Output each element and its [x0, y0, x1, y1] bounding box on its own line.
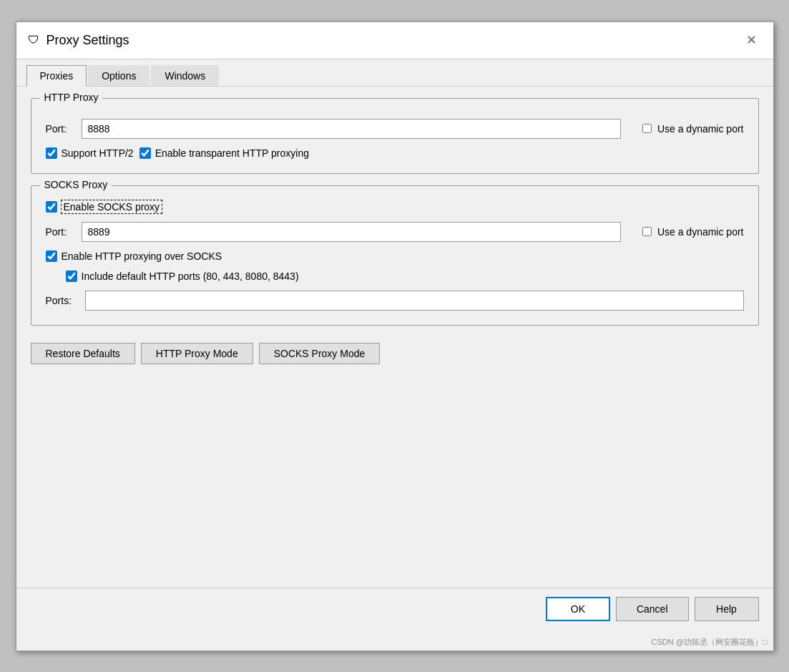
socks-enable-label[interactable]: Enable SOCKS proxy — [62, 200, 162, 213]
socks-port-left: Port: — [46, 222, 621, 242]
app-icon: 🛡 — [26, 33, 41, 47]
proxy-settings-dialog: 🛡 Proxy Settings ✕ Proxies Options Windo… — [16, 21, 774, 651]
cancel-button[interactable]: Cancel — [616, 597, 689, 621]
socks-proxy-mode-button[interactable]: SOCKS Proxy Mode — [259, 343, 381, 364]
http-dynamic-port-checkbox[interactable] — [642, 124, 652, 133]
socks-ports-label: Ports: — [46, 295, 78, 306]
http-port-label: Port: — [46, 123, 74, 135]
socks-port-row: Port: Use a dynamic port — [46, 222, 744, 242]
socks-include-default-ports-checkbox[interactable] — [66, 271, 77, 282]
http-support-http2-checkbox[interactable] — [46, 147, 57, 159]
socks-port-label: Port: — [46, 226, 74, 238]
dialog-title: Proxy Settings — [46, 33, 129, 48]
http-transparent-label[interactable]: Enable transparent HTTP proxying — [155, 147, 309, 159]
http-support-http2-label[interactable]: Support HTTP/2 — [62, 147, 134, 159]
dialog-footer: OK Cancel Help — [16, 588, 773, 636]
socks-include-default-ports-label[interactable]: Include default HTTP ports (80, 443, 808… — [82, 271, 299, 282]
http-proxy-group: HTTP Proxy Port: Use a dynamic port Supp… — [31, 98, 759, 174]
title-bar: 🛡 Proxy Settings ✕ — [16, 22, 773, 59]
socks-include-default-ports-wrapper: Include default HTTP ports (80, 443, 808… — [66, 271, 299, 282]
http-proxy-label: HTTP Proxy — [40, 92, 103, 103]
ok-button[interactable]: OK — [546, 597, 610, 621]
socks-include-default-ports-row: Include default HTTP ports (80, 443, 808… — [66, 271, 744, 282]
socks-ports-input[interactable] — [85, 291, 744, 311]
tab-windows[interactable]: Windows — [151, 65, 219, 86]
tab-proxies[interactable]: Proxies — [26, 65, 87, 87]
tab-options[interactable]: Options — [88, 65, 150, 86]
dialog-body: HTTP Proxy Port: Use a dynamic port Supp… — [16, 87, 773, 588]
close-button[interactable]: ✕ — [740, 29, 763, 52]
socks-http-over-socks-wrapper: Enable HTTP proxying over SOCKS — [46, 250, 222, 262]
watermark: CSDN @叻陈丞（网安圈花瓶）□ — [16, 636, 773, 651]
title-bar-left: 🛡 Proxy Settings — [26, 33, 129, 48]
socks-http-over-socks-label[interactable]: Enable HTTP proxying over SOCKS — [62, 250, 222, 262]
socks-proxy-group: SOCKS Proxy Enable SOCKS proxy Port: Use… — [31, 185, 759, 326]
socks-ports-row: Ports: — [46, 291, 744, 311]
socks-enable-row: Enable SOCKS proxy — [46, 200, 744, 213]
socks-http-over-socks-row: Enable HTTP proxying over SOCKS — [46, 250, 744, 262]
http-dynamic-port-label[interactable]: Use a dynamic port — [657, 123, 744, 135]
socks-enable-wrapper: Enable SOCKS proxy — [46, 200, 162, 213]
tab-bar: Proxies Options Windows — [16, 59, 773, 87]
socks-port-input[interactable] — [82, 222, 621, 242]
http-transparent-wrapper: Enable transparent HTTP proxying — [139, 147, 309, 159]
socks-dynamic-port-label[interactable]: Use a dynamic port — [657, 226, 744, 238]
socks-enable-checkbox[interactable] — [46, 201, 57, 213]
socks-dynamic-port-checkbox[interactable] — [642, 227, 652, 236]
help-button[interactable]: Help — [695, 597, 759, 621]
http-proxy-mode-button[interactable]: HTTP Proxy Mode — [141, 343, 253, 364]
http-port-row: Port: Use a dynamic port — [46, 119, 744, 139]
http-transparent-checkbox[interactable] — [139, 147, 151, 159]
http-checkboxes-row: Support HTTP/2 Enable transparent HTTP p… — [46, 147, 744, 159]
http-support-http2-wrapper: Support HTTP/2 — [46, 147, 134, 159]
bottom-button-row: Restore Defaults HTTP Proxy Mode SOCKS P… — [31, 337, 759, 367]
restore-defaults-button[interactable]: Restore Defaults — [31, 343, 135, 364]
http-port-input[interactable] — [82, 119, 621, 139]
http-port-left: Port: — [46, 119, 621, 139]
socks-proxy-label: SOCKS Proxy — [40, 179, 112, 190]
http-dynamic-port-wrapper: Use a dynamic port — [642, 123, 744, 135]
socks-http-over-socks-checkbox[interactable] — [46, 250, 57, 262]
socks-dynamic-port-wrapper: Use a dynamic port — [642, 226, 744, 238]
